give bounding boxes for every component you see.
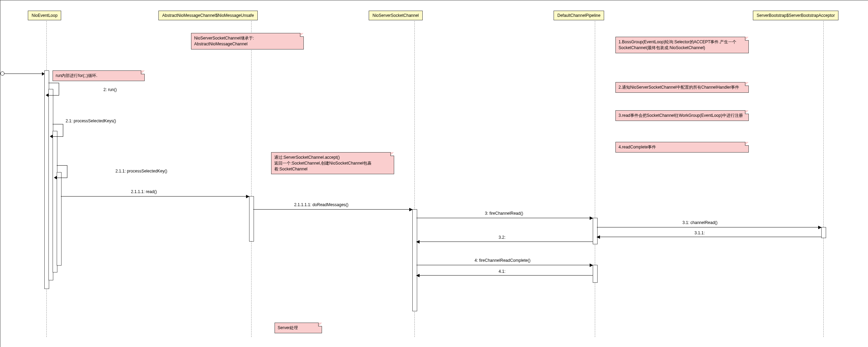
message-read: 2.1.1.1: read()	[131, 189, 157, 194]
message-process-selected-keys: 2.1: processSelectedKeys()	[66, 119, 116, 123]
activation-bar	[593, 218, 598, 244]
message-return-41: 4.1:	[499, 269, 505, 274]
arrow	[416, 275, 593, 276]
arrow	[416, 218, 593, 218]
note-server-process: Server处理	[275, 323, 322, 333]
message-fire-channel-read: 3: fireChannelRead()	[485, 211, 523, 216]
note-run-loop: run内部进行for(;;)循环.	[53, 70, 145, 81]
activation-bar	[249, 196, 254, 242]
lifeline	[251, 21, 252, 337]
lifeline	[595, 21, 595, 337]
message-process-selected-key: 2.1.1: processSelectedKey()	[115, 169, 167, 174]
arrow	[61, 196, 249, 197]
selfcall-arrow	[48, 83, 59, 96]
message-do-read-messages: 2.1.1.1.1: doReadMessages()	[294, 202, 348, 207]
activation-bar	[412, 209, 417, 311]
arrow	[253, 209, 412, 210]
note-step2: 2.通知NioServerSocketChannel中配置的所有ChannelH…	[615, 82, 749, 93]
message-fire-channel-read-complete: 4: fireChannelReadComplete()	[475, 258, 531, 263]
selfcall-arrow	[53, 124, 63, 137]
message-return-32: 3.2:	[499, 235, 505, 240]
found-message-arrow	[2, 74, 44, 74]
participant-label: DefaultChannelPipeline	[557, 13, 600, 18]
activation-bar	[821, 227, 826, 238]
arrow	[597, 237, 821, 237]
activation-bar	[57, 172, 62, 266]
arrow	[416, 242, 593, 242]
participant-nio-server-socket-channel: NioServerSocketChannel	[369, 11, 423, 20]
message-channel-read: 3.1: channelRead()	[682, 220, 717, 225]
participant-label: ServerBootstrap$ServerBootstrapAcceptor	[757, 13, 835, 18]
arrow	[416, 265, 593, 265]
found-message-origin	[0, 71, 4, 76]
sequence-diagram: NioEventLoop AbstractNioMessageChannel$N…	[0, 0, 868, 347]
note-step1: 1.BossGroup(EventLoop)轮询:Selector的ACCEPT…	[615, 37, 749, 53]
message-run: 2: run()	[103, 87, 117, 92]
participant-label: NioEventLoop	[32, 13, 57, 18]
note-accept: 通过:ServerSocketChannel.accept() 返回一个:Soc…	[271, 152, 394, 174]
note-step3: 3.read事件会把SocketChannel往WorkGroup(EventL…	[615, 110, 749, 121]
activation-bar	[593, 265, 598, 283]
message-return-311: 3.1.1:	[694, 231, 705, 235]
selfcall-arrow	[57, 165, 67, 178]
participant-nio-message-unsafe: AbstractNioMessageChannel$NioMessageUnsa…	[158, 11, 258, 20]
participant-label: NioServerSocketChannel	[372, 13, 419, 18]
note-inheritance: NioServerSocketChannel继承于: AbstractNioMe…	[191, 33, 304, 49]
participant-server-bootstrap-acceptor: ServerBootstrap$ServerBootstrapAcceptor	[753, 11, 838, 20]
lifeline	[823, 21, 824, 337]
participant-nioeventloop: NioEventLoop	[28, 11, 61, 20]
note-step4: 4.readComplete事件	[615, 142, 749, 153]
participant-label: AbstractNioMessageChannel$NioMessageUnsa…	[162, 13, 254, 18]
participant-default-channel-pipeline: DefaultChannelPipeline	[554, 11, 604, 20]
arrow	[597, 227, 821, 227]
